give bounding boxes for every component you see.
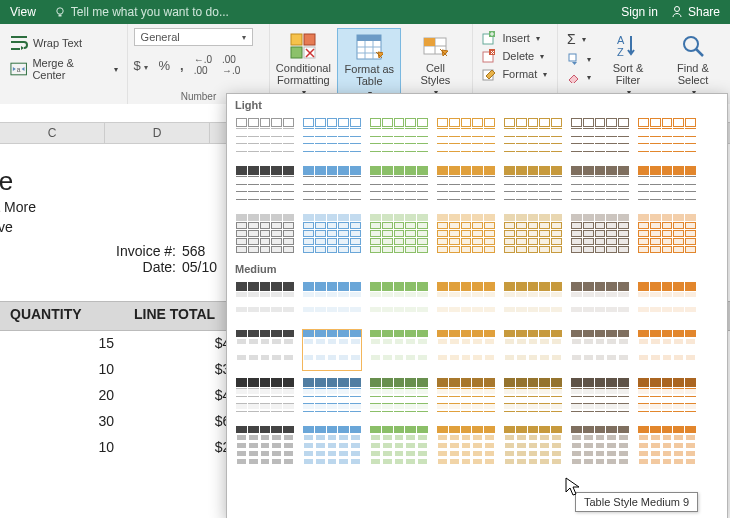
table-style-swatch[interactable] [302, 425, 362, 467]
table-style-swatch[interactable] [436, 425, 496, 467]
table-style-swatch[interactable] [570, 165, 630, 207]
table-style-swatch[interactable] [436, 377, 496, 419]
find-select-icon [679, 32, 707, 60]
sort-filter-icon: AZ [614, 32, 642, 60]
svg-rect-20 [569, 54, 576, 61]
merge-center-button[interactable]: a Merge & Center▾ [6, 56, 121, 82]
table-style-swatch[interactable] [302, 329, 362, 371]
table-style-swatch[interactable] [235, 281, 295, 323]
format-as-table-button[interactable]: Format as Table▾ [337, 28, 401, 99]
table-style-swatch[interactable] [503, 165, 563, 207]
increase-decimal-button[interactable]: ←.0.00 [194, 54, 212, 76]
ribbon-tab-view[interactable]: View [10, 5, 36, 19]
sort-filter-button[interactable]: AZ Sort & Filter▾ [597, 28, 659, 97]
table-style-swatch[interactable] [637, 213, 697, 255]
cell-quantity[interactable]: 20 [0, 383, 124, 409]
svg-rect-8 [304, 34, 315, 45]
decrease-decimal-button[interactable]: .00→.0 [222, 54, 240, 76]
table-style-swatch[interactable] [369, 425, 429, 467]
format-as-table-icon [355, 33, 383, 61]
cell-quantity[interactable]: 15 [0, 331, 124, 357]
delete-cells-button[interactable]: Delete▾ [479, 48, 551, 64]
svg-text:Z: Z [617, 46, 624, 58]
svg-rect-14 [424, 38, 435, 46]
wrap-text-button[interactable]: Wrap Text [6, 32, 121, 54]
svg-rect-1 [58, 15, 61, 17]
table-style-swatch[interactable] [302, 117, 362, 159]
table-style-swatch[interactable] [503, 425, 563, 467]
conditional-formatting-button[interactable]: Conditional Formatting▾ [272, 28, 334, 97]
table-style-swatch[interactable] [503, 329, 563, 371]
table-style-swatch[interactable] [570, 329, 630, 371]
table-style-swatch[interactable] [637, 329, 697, 371]
format-cells-button[interactable]: Format▾ [479, 66, 551, 82]
table-style-swatch[interactable] [235, 165, 295, 207]
table-style-swatch[interactable] [637, 165, 697, 207]
table-style-swatch[interactable] [302, 165, 362, 207]
chevron-down-icon: ▾ [114, 65, 118, 74]
table-style-swatch[interactable] [637, 425, 697, 467]
comma-format-button[interactable]: , [180, 58, 184, 73]
share-button[interactable]: Share [670, 5, 720, 19]
table-style-swatch[interactable] [369, 329, 429, 371]
meta-value: 05/10 [182, 259, 217, 275]
column-header[interactable]: C [0, 123, 105, 143]
table-style-swatch[interactable] [235, 377, 295, 419]
table-style-swatch[interactable] [570, 425, 630, 467]
number-format-dropdown[interactable]: General▾ [134, 28, 253, 46]
table-style-swatch[interactable] [436, 117, 496, 159]
cell-quantity[interactable]: 10 [0, 435, 124, 461]
title-bar: View Tell me what you want to do... Sign… [0, 0, 730, 24]
table-style-swatch[interactable] [436, 281, 496, 323]
table-style-swatch[interactable] [503, 281, 563, 323]
table-style-swatch[interactable] [369, 377, 429, 419]
table-style-swatch[interactable] [503, 377, 563, 419]
table-style-swatch[interactable] [369, 165, 429, 207]
table-style-swatch[interactable] [637, 281, 697, 323]
table-styles-gallery: Light Medium [226, 93, 728, 518]
insert-cells-button[interactable]: Insert▾ [479, 30, 551, 46]
table-style-swatch[interactable] [503, 117, 563, 159]
meta-label: Invoice #: [104, 243, 176, 259]
table-style-swatch[interactable] [302, 281, 362, 323]
cell-styles-icon [421, 32, 449, 60]
table-style-swatch[interactable] [436, 329, 496, 371]
table-style-swatch[interactable] [235, 329, 295, 371]
table-style-swatch[interactable] [302, 213, 362, 255]
table-style-swatch[interactable] [369, 117, 429, 159]
cell-styles-button[interactable]: Cell Styles▾ [404, 28, 466, 97]
percent-format-button[interactable]: % [158, 58, 170, 73]
table-style-swatch[interactable] [570, 377, 630, 419]
svg-rect-9 [291, 47, 302, 58]
table-style-swatch[interactable] [637, 377, 697, 419]
gallery-section-light: Light [227, 94, 727, 114]
tell-me-search[interactable]: Tell me what you want to do... [54, 5, 229, 19]
share-icon [670, 5, 684, 19]
table-style-swatch[interactable] [503, 213, 563, 255]
column-header[interactable]: D [105, 123, 210, 143]
table-style-swatch[interactable] [570, 213, 630, 255]
insert-icon [482, 31, 498, 45]
table-style-swatch[interactable] [570, 281, 630, 323]
table-style-swatch[interactable] [302, 377, 362, 419]
fill-button[interactable]: ▾ [564, 52, 594, 66]
fill-down-icon [567, 53, 581, 65]
table-style-swatch[interactable] [637, 117, 697, 159]
table-style-swatch[interactable] [369, 213, 429, 255]
cell-quantity[interactable]: 10 [0, 357, 124, 383]
cell-quantity[interactable]: 30 [0, 409, 124, 435]
sign-in-link[interactable]: Sign in [621, 5, 658, 19]
table-style-swatch[interactable] [570, 117, 630, 159]
table-style-swatch[interactable] [235, 213, 295, 255]
table-style-swatch[interactable] [436, 165, 496, 207]
table-style-swatch[interactable] [235, 425, 295, 467]
svg-rect-7 [291, 34, 302, 45]
autosum-button[interactable]: Σ ▾ [564, 30, 594, 48]
table-style-swatch[interactable] [369, 281, 429, 323]
accounting-format-button[interactable]: $ ▾ [134, 58, 149, 73]
table-style-swatch[interactable] [436, 213, 496, 255]
table-style-swatch[interactable] [235, 117, 295, 159]
clear-button[interactable]: ▾ [564, 70, 594, 84]
svg-rect-4 [11, 48, 20, 50]
find-select-button[interactable]: Find & Select▾ [662, 28, 724, 97]
